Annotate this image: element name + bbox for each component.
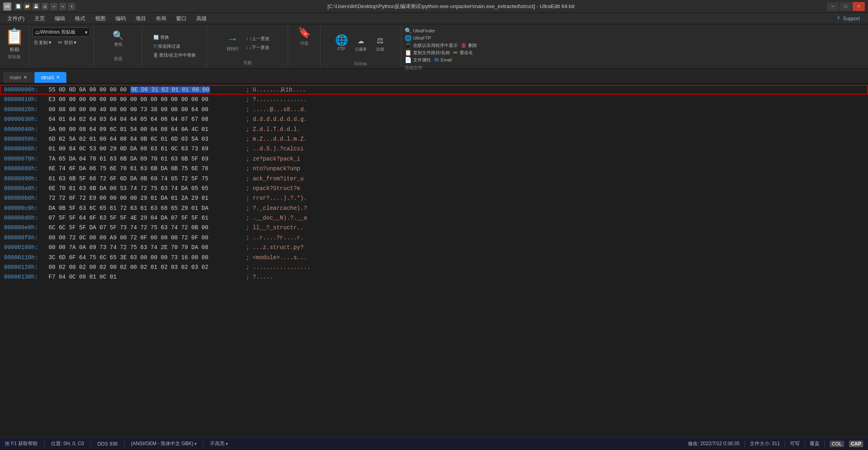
hex-row: 00000030h:64 01 64 02 64 03 64 04 64 05 … [0, 114, 868, 124]
copy-path-row[interactable]: 📋 复制文件路径/名称 [405, 49, 450, 56]
tab-main-label: main [10, 74, 21, 80]
copy-button[interactable]: ⎘ 复制▼ [32, 38, 54, 46]
status-div-5 [745, 441, 745, 447]
position-info: 位置: 0H, 0, C0 [51, 440, 84, 447]
tab-main-close-icon[interactable]: ✕ [23, 75, 27, 80]
help-icon[interactable]: ? [837, 16, 840, 21]
hex-ascii: nto?unpack?unp [253, 164, 300, 173]
ultraFTP-row[interactable]: 🌐 UltraFTP [405, 35, 520, 41]
cloud-button[interactable]: ☁ 云服务 [352, 34, 370, 53]
tabs-bar: main ✕ struct ✕ [0, 69, 868, 83]
undo-icon[interactable]: ↩ [50, 3, 57, 10]
rename-row[interactable]: ✏ 重命名 [453, 49, 473, 56]
hex-separator: ; [246, 125, 249, 134]
find-in-files-button[interactable]: 🗄 查找/在文件中替换 [151, 51, 198, 59]
file-props-row[interactable]: 📄 文件属性 [405, 57, 431, 63]
hex-editor[interactable]: 00000000h:55 0D 0D 0A 00 00 00 00 9E D6 … [0, 83, 868, 437]
file-props-icon: 📄 [405, 57, 412, 63]
clipboard-dropdown[interactable]: 🗂 Windows 剪贴板 ▾ [32, 27, 90, 37]
ultraFTP-icon: 🌐 [405, 35, 412, 41]
hex-row: 00000050h:6D 02 5A 02 01 00 64 08 64 0B … [0, 134, 868, 144]
hex-address: 00000020h: [4, 105, 49, 114]
hex-ascii: U.......从1b.... [253, 85, 306, 94]
paste-label: 粘贴 [10, 46, 19, 53]
menu-edit[interactable]: 编辑 [51, 14, 69, 23]
title-bar-icons: 📄 📁 💾 🖨 ↩ ↪ ▾ [15, 3, 75, 10]
email-row[interactable]: ✉ Email [434, 57, 452, 63]
highlight-label: 不高亮 [210, 440, 225, 447]
cloud-label: 云服务 [355, 46, 367, 52]
goto-button[interactable]: → 转到行 [223, 33, 242, 53]
close-button[interactable]: ✕ [853, 2, 865, 11]
menu-window[interactable]: 窗口 [172, 14, 191, 23]
prev-change-button[interactable]: ↑ ↑上一更改 [244, 35, 272, 42]
next-change-button[interactable]: ↓ ↓下一更改 [244, 44, 272, 51]
compare-icon: ⚖ [377, 35, 384, 46]
save-icon[interactable]: 💾 [32, 3, 40, 10]
email-icon: ✉ [434, 57, 439, 63]
find-button[interactable]: 🔍 查找 [109, 31, 127, 49]
highlight-dropdown[interactable]: 不高亮 ▾ [210, 440, 228, 447]
app-logo: UE [3, 2, 11, 11]
hex-separator: ; [246, 223, 249, 232]
rename-icon: ✏ [453, 49, 458, 56]
redo-icon[interactable]: ↪ [59, 3, 66, 10]
code-page: 936 [110, 441, 118, 447]
open-icon[interactable]: 📁 [23, 3, 31, 10]
menu-project[interactable]: 项目 [132, 14, 150, 23]
title-bar: UE 📄 📁 💾 🖨 ↩ ↪ ▾ [C:\Users\lkt\Desktop\P… [0, 0, 868, 13]
hex-row: 00000110h:3C 6D 6F 64 75 6C 65 3E 03 00 … [0, 253, 868, 262]
hex-address: 000000e0h: [4, 223, 49, 232]
col-indicator: COL [830, 441, 844, 447]
encoding-dropdown[interactable]: (ANSI/OEM - 简体中文 GBK) ▾ [131, 440, 197, 447]
paste-button[interactable]: 📋 粘贴 [5, 27, 24, 53]
highlight-arrow-icon: ▾ [226, 442, 228, 446]
hex-address: 000000f0h: [4, 233, 49, 242]
print-icon[interactable]: 🖨 [41, 3, 49, 10]
bookmark-button[interactable]: 🔖 [295, 27, 313, 40]
menu-view[interactable]: 视图 [91, 14, 110, 23]
nav-section-label: 导航 [243, 60, 252, 66]
hex-separator: ; [246, 243, 249, 252]
more-icon[interactable]: ▾ [68, 3, 75, 10]
hex-address: 00000100h: [4, 243, 49, 252]
ftp-button[interactable]: 🌐 FTP [332, 34, 350, 53]
hex-address: 000000d0h: [4, 213, 49, 222]
delete-row[interactable]: 🗑 删除 [461, 42, 477, 49]
hex-bytes: 6E 74 6F DA 06 75 6E 70 61 63 6B DA 0B 7… [49, 164, 243, 173]
toolbar: 📋 粘贴 剪贴板 🗂 Windows 剪贴板 ▾ ⎘ 复制▼ ✂ 剪切▼ 🔍 [0, 24, 868, 69]
hex-address: 00000060h: [4, 144, 49, 153]
menu-home[interactable]: 主页 [30, 14, 49, 23]
hex-separator: ; [246, 154, 249, 163]
maximize-button[interactable]: □ [840, 2, 852, 11]
compare-button[interactable]: ⚖ 比较 [371, 34, 389, 53]
menu-format[interactable]: 格式 [71, 14, 89, 23]
hex-bytes: 7A 65 DA 04 70 61 63 6B DA 09 70 61 63 6… [49, 154, 243, 163]
hex-ascii: rror?....).?.*). [253, 194, 307, 203]
menu-advanced[interactable]: 高级 [192, 14, 211, 23]
select-filter-button[interactable]: ▽ 按选择过滤 [151, 42, 198, 50]
menu-encoding[interactable]: 编码 [111, 14, 130, 23]
hex-address: 00000130h: [4, 273, 49, 281]
show-in-app-row[interactable]: 📱 在默认应用程序中显示 [405, 42, 458, 49]
status-div-6 [785, 441, 785, 447]
ftp-section: 🌐 FTP ☁ 云服务 ⚖ 比较 Extras [320, 26, 401, 67]
ultrafinder-row[interactable]: 🔍 UltraFinder [405, 27, 520, 34]
menu-file[interactable]: 文件(F) [3, 14, 29, 23]
search-section-label: 搜索 [114, 56, 123, 62]
tab-main[interactable]: main ✕ [3, 72, 34, 83]
hex-address: 00000040h: [4, 125, 49, 134]
hex-separator: ; [246, 213, 249, 222]
tab-struct[interactable]: struct ✕ [34, 72, 66, 83]
minimize-button[interactable]: ─ [827, 2, 839, 11]
menu-layout[interactable]: 布局 [152, 14, 170, 23]
support-label[interactable]: Support [843, 16, 860, 21]
cut-button[interactable]: ✂ 剪切▼ [56, 38, 79, 46]
new-file-icon[interactable]: 📄 [15, 3, 22, 10]
hex-ascii: ?._clearcache).? [253, 204, 307, 213]
hex-address: 00000000h: [4, 85, 49, 94]
tab-struct-close-icon[interactable]: ✕ [56, 75, 60, 80]
hex-address: 00000010h: [4, 95, 49, 104]
replace-button[interactable]: 🔄 替换 [151, 34, 198, 41]
status-right: 修改: 2022/7/12 0:36:35 文件大小: 311 可写 覆盖 CO… [688, 440, 863, 447]
